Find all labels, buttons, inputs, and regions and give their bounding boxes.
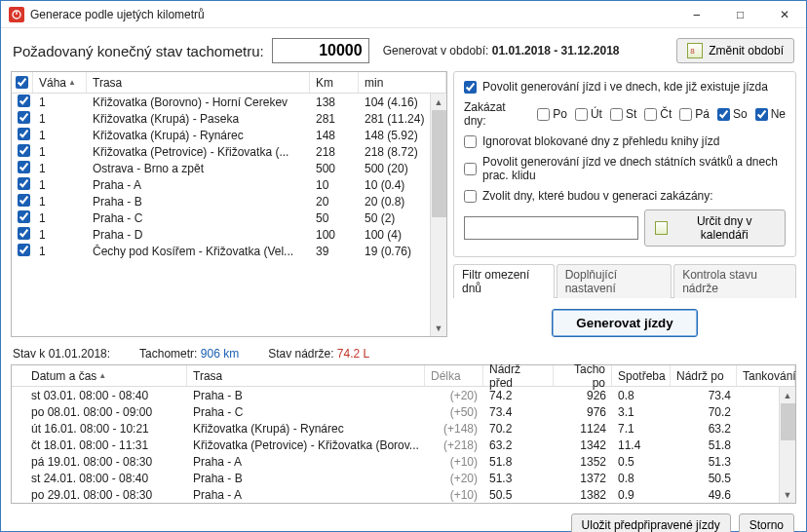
cell-tank-after: 63.2 xyxy=(671,422,737,436)
banned-dates-input[interactable] xyxy=(464,216,638,240)
table-row[interactable]: 1Čechy pod Kosířem - Křižovatka (Vel...3… xyxy=(12,243,446,259)
cell-km: 218 xyxy=(310,145,359,159)
route-checkbox[interactable] xyxy=(18,210,30,223)
cell-route: Praha - B xyxy=(187,389,425,402)
table-row[interactable]: st 24.01. 08:00 - 08:40Praha - B(+20)51.… xyxy=(12,470,795,486)
route-checkbox[interactable] xyxy=(18,194,30,207)
scroll-up-icon[interactable]: ▲ xyxy=(780,387,795,403)
day-label: Út xyxy=(591,107,602,121)
route-checkbox[interactable] xyxy=(18,244,30,256)
table-row[interactable]: 1Křižovatka (Krupá) - Paseka281281 (11.2… xyxy=(12,110,446,127)
table-row[interactable]: st 03.01. 08:00 - 08:40Praha - B(+20)74.… xyxy=(12,387,795,403)
trips-body: st 03.01. 08:00 - 08:40Praha - B(+20)74.… xyxy=(12,387,795,503)
col-refuel[interactable]: Tankování xyxy=(737,365,795,386)
col-datetime[interactable]: Datum a čas▲ xyxy=(12,365,187,386)
odometer-target-input[interactable] xyxy=(272,38,369,63)
trips-scrollbar[interactable]: ▲ ▼ xyxy=(779,387,795,503)
col-length[interactable]: Délka xyxy=(425,365,483,386)
cell-length: (+10) xyxy=(425,455,483,469)
generate-button[interactable]: Generovat jízdy xyxy=(552,309,697,337)
day-Čt-checkbox[interactable] xyxy=(644,108,657,121)
cell-weight: 1 xyxy=(33,178,87,192)
save-prepared-button[interactable]: Uložit předpřipravené jízdy xyxy=(571,513,731,532)
route-checkbox[interactable] xyxy=(18,144,30,157)
scroll-down-icon[interactable]: ▼ xyxy=(431,320,446,336)
col-km[interactable]: Km xyxy=(310,72,359,93)
table-row[interactable]: 1Ostrava - Brno a zpět500500 (20) xyxy=(12,160,446,176)
cell-route: Praha - C xyxy=(187,405,425,419)
table-row[interactable]: 1Praha - D100100 (4) xyxy=(12,226,446,243)
cell-tank-before: 51.8 xyxy=(483,455,554,469)
day-So-checkbox[interactable] xyxy=(717,108,730,121)
table-row[interactable]: 1Praha - C5050 (2) xyxy=(12,209,446,226)
cell-odo-after: 976 xyxy=(554,405,612,419)
cell-km: 281 xyxy=(310,112,359,126)
calendar-pick-button[interactable]: Určit dny v kalendáři xyxy=(644,209,786,247)
scroll-thumb[interactable] xyxy=(432,110,446,217)
table-row[interactable]: 1Praha - A1010 (0.4) xyxy=(12,176,446,193)
titlebar: Generace podle ujetých kilometrů ‒ □ ✕ xyxy=(1,1,806,28)
route-checkbox[interactable] xyxy=(18,161,30,173)
table-row[interactable]: 1Praha - B2020 (0.8) xyxy=(12,193,446,209)
col-trip-route[interactable]: Trasa xyxy=(187,365,425,386)
close-button[interactable]: ✕ xyxy=(762,1,806,28)
cell-route: Praha - A xyxy=(187,488,425,502)
day-Pá-checkbox[interactable] xyxy=(679,108,692,121)
cell-datetime: út 16.01. 08:00 - 10:21 xyxy=(12,422,187,436)
route-checkbox[interactable] xyxy=(18,177,30,190)
cell-route: Křižovatka (Krupá) - Paseka xyxy=(87,112,310,126)
pick-days-checkbox[interactable] xyxy=(464,190,477,203)
day-St-checkbox[interactable] xyxy=(610,108,623,121)
table-row[interactable]: pá 19.01. 08:00 - 08:30Praha - A(+10)51.… xyxy=(12,453,795,470)
cell-tank-before: 51.3 xyxy=(483,472,554,485)
table-row[interactable]: 1Křižovatka (Petrovice) - Křižovatka (..… xyxy=(12,143,446,160)
route-checkbox[interactable] xyxy=(18,95,30,107)
allow-existing-checkbox[interactable] xyxy=(464,81,477,94)
tab-additional[interactable]: Doplňující nastavení xyxy=(557,264,672,298)
col-checkbox[interactable] xyxy=(12,72,33,93)
routes-scrollbar[interactable]: ▲ ▼ xyxy=(430,94,446,336)
cell-route: Praha - C xyxy=(87,211,310,225)
col-min[interactable]: min xyxy=(359,72,446,93)
cell-weight: 1 xyxy=(33,228,87,242)
cell-route: Ostrava - Brno a zpět xyxy=(87,162,310,175)
col-consumption[interactable]: Spotřeba xyxy=(612,365,671,386)
ignore-blocked-checkbox[interactable] xyxy=(464,135,477,148)
day-Ne-checkbox[interactable] xyxy=(755,108,768,121)
cell-consumption: 0.5 xyxy=(612,455,671,469)
tab-tank-check[interactable]: Kontrola stavu nádrže xyxy=(673,264,796,298)
ban-days-label: Zakázat dny: xyxy=(464,100,529,128)
cell-route: Praha - B xyxy=(187,472,425,485)
route-checkbox[interactable] xyxy=(18,128,30,140)
cell-consumption: 0.9 xyxy=(612,488,671,502)
table-row[interactable]: po 29.01. 08:00 - 08:30Praha - A(+10)50.… xyxy=(12,486,795,503)
select-all-checkbox[interactable] xyxy=(16,76,28,89)
table-row[interactable]: po 08.01. 08:00 - 09:00Praha - C(+50)73.… xyxy=(12,403,795,420)
route-checkbox[interactable] xyxy=(18,227,30,240)
scroll-down-icon[interactable]: ▼ xyxy=(780,486,795,503)
route-checkbox[interactable] xyxy=(18,111,30,124)
minimize-button[interactable]: ‒ xyxy=(674,1,718,28)
period-value: 01.01.2018 - 31.12.2018 xyxy=(492,44,620,57)
col-tank-before[interactable]: Nádrž před xyxy=(483,365,554,386)
day-Út-checkbox[interactable] xyxy=(575,108,588,121)
top-row: Požadovaný konečný stav tachometru: Gene… xyxy=(1,28,806,71)
maximize-button[interactable]: □ xyxy=(718,1,762,28)
col-route[interactable]: Trasa xyxy=(87,72,310,93)
col-weight[interactable]: Váha▲ xyxy=(33,72,87,93)
day-Po-checkbox[interactable] xyxy=(537,108,550,121)
tab-filter-days[interactable]: Filtr omezení dnů xyxy=(453,264,555,298)
col-odo-after[interactable]: Tacho po xyxy=(554,365,612,386)
cancel-button[interactable]: Storno xyxy=(739,513,794,532)
col-tank-after[interactable]: Nádrž po xyxy=(671,365,737,386)
table-row[interactable]: 1Křižovatka (Borovno) - Horní Cerekev138… xyxy=(12,94,446,110)
cell-tank-before: 73.4 xyxy=(483,405,554,419)
change-period-button[interactable]: 8 Změnit období xyxy=(676,38,794,63)
table-row[interactable]: út 16.01. 08:00 - 10:21Křižovatka (Krupá… xyxy=(12,420,795,437)
table-row[interactable]: 1Křižovatka (Krupá) - Rynárec148148 (5.9… xyxy=(12,127,446,143)
allow-holidays-checkbox[interactable] xyxy=(464,163,477,175)
table-row[interactable]: čt 18.01. 08:00 - 11:31Křižovatka (Petro… xyxy=(12,437,795,453)
scroll-thumb[interactable] xyxy=(781,403,795,440)
scroll-up-icon[interactable]: ▲ xyxy=(431,94,446,110)
period-label: Generovat v období: 01.01.2018 - 31.12.2… xyxy=(383,44,620,57)
